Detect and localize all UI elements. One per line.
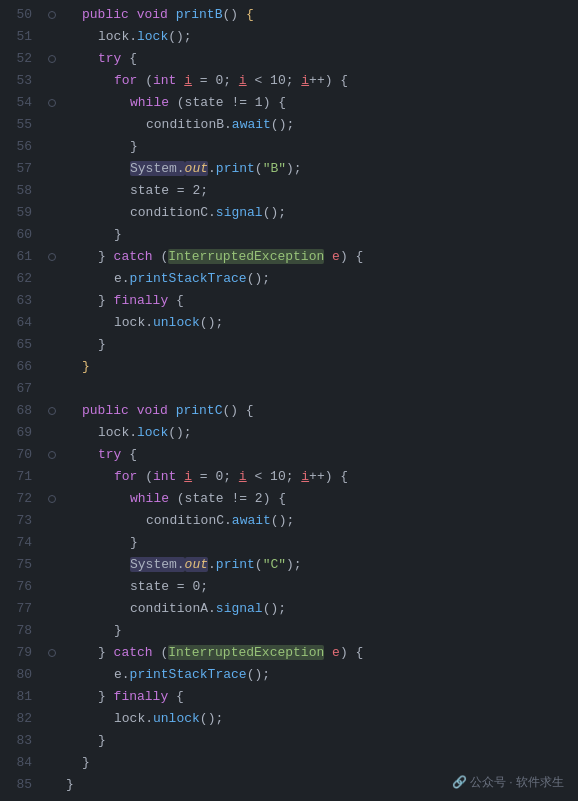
breakpoint-dot[interactable] <box>48 649 56 657</box>
token-plain: ) { <box>340 645 363 660</box>
token-param-e: e <box>332 645 340 660</box>
token-plain: ++) { <box>309 73 348 88</box>
token-plain: conditionA. <box>130 601 216 616</box>
token-plain: e. <box>114 667 130 682</box>
exception-type: InterruptedException <box>168 249 324 264</box>
breakpoint-dot[interactable] <box>48 451 56 459</box>
token-method: lock <box>137 425 168 440</box>
line-number: 51 <box>0 26 32 48</box>
token-kw: finally <box>114 689 169 704</box>
token-plain: lock. <box>98 425 137 440</box>
breakpoint-dot[interactable] <box>48 11 56 19</box>
breakpoint-dot[interactable] <box>48 55 56 63</box>
code-line: state = 0; <box>62 576 578 598</box>
token-plain <box>129 7 137 22</box>
breakpoint-dot[interactable] <box>48 407 56 415</box>
token-plain: () { <box>222 403 253 418</box>
gutter-cell <box>42 576 62 598</box>
token-plain: < 10; <box>247 469 302 484</box>
token-kw: int <box>153 469 176 484</box>
exception-type: InterruptedException <box>168 645 324 660</box>
token-plain: (state != 2) { <box>169 491 286 506</box>
gutter-cell <box>42 202 62 224</box>
token-plain: lock. <box>98 29 137 44</box>
line-number: 50 <box>0 4 32 26</box>
token-plain: (); <box>271 513 294 528</box>
line-number: 80 <box>0 664 32 686</box>
gutter-cell <box>42 158 62 180</box>
token-plain: (); <box>247 271 270 286</box>
line-number: 73 <box>0 510 32 532</box>
gutter-cell <box>42 488 62 510</box>
code-line: } finally { <box>62 290 578 312</box>
gutter-cell <box>42 246 62 268</box>
code-line: state = 2; <box>62 180 578 202</box>
token-plain: ); <box>286 161 302 176</box>
token-plain: conditionC. <box>130 205 216 220</box>
line-number: 82 <box>0 708 32 730</box>
token-var: i <box>184 469 192 484</box>
code-line: System.out.print("C"); <box>62 554 578 576</box>
code-line: lock.unlock(); <box>62 312 578 334</box>
breakpoint-dot[interactable] <box>48 253 56 261</box>
token-plain: ( <box>153 249 169 264</box>
code-line: public void printC() { <box>62 400 578 422</box>
token-kw: try <box>98 447 121 462</box>
token-plain: (); <box>168 29 191 44</box>
breakpoint-dot[interactable] <box>48 495 56 503</box>
token-plain: . <box>208 557 216 572</box>
token-plain: (state != 1) { <box>169 95 286 110</box>
line-number: 84 <box>0 752 32 774</box>
gutter-cell <box>42 92 62 114</box>
token-var: i <box>301 469 309 484</box>
gutter-cell <box>42 686 62 708</box>
gutter-cell <box>42 400 62 422</box>
token-method: print <box>216 161 255 176</box>
breakpoint-dot[interactable] <box>48 99 56 107</box>
line-number: 57 <box>0 158 32 180</box>
code-line: for (int i = 0; i < 10; i++) { <box>62 466 578 488</box>
token-kw: public <box>82 7 129 22</box>
token-method: print <box>216 557 255 572</box>
token-brace-yellow: { <box>246 7 254 22</box>
line-number: 64 <box>0 312 32 334</box>
line-number: 77 <box>0 598 32 620</box>
line-number: 68 <box>0 400 32 422</box>
token-plain: ( <box>137 469 153 484</box>
line-number: 78 <box>0 620 32 642</box>
line-number: 83 <box>0 730 32 752</box>
code-editor: 5051525354555657585960616263646566676869… <box>0 0 578 796</box>
token-plain: < 10; <box>247 73 302 88</box>
token-var: i <box>239 469 247 484</box>
token-method: await <box>232 513 271 528</box>
token-var: i <box>239 73 247 88</box>
gutter-cell <box>42 290 62 312</box>
token-plain: = 0; <box>192 73 239 88</box>
token-plain: (); <box>200 711 223 726</box>
token-kw: int <box>153 73 176 88</box>
token-kw: catch <box>114 249 153 264</box>
gutter-cell <box>42 422 62 444</box>
token-kw: while <box>130 95 169 110</box>
token-brace-yellow: } <box>82 359 90 374</box>
gutter-cell <box>42 752 62 774</box>
token-var: i <box>301 73 309 88</box>
code-content: public void printB() {lock.lock();try {f… <box>62 4 578 796</box>
line-number: 58 <box>0 180 32 202</box>
token-kw: for <box>114 73 137 88</box>
token-plain: } <box>130 535 138 550</box>
token-plain: } <box>98 249 114 264</box>
token-plain: (); <box>200 315 223 330</box>
gutter-cell <box>42 620 62 642</box>
token-param-e: e <box>332 249 340 264</box>
gutter-cell <box>42 70 62 92</box>
token-plain: ( <box>255 557 263 572</box>
gutter-cell <box>42 180 62 202</box>
code-line: conditionB.await(); <box>62 114 578 136</box>
gutter-cell <box>42 730 62 752</box>
token-plain: } <box>98 645 114 660</box>
code-line: System.out.print("B"); <box>62 158 578 180</box>
gutter-cell <box>42 444 62 466</box>
token-plain: conditionC. <box>146 513 232 528</box>
line-number: 85 <box>0 774 32 796</box>
